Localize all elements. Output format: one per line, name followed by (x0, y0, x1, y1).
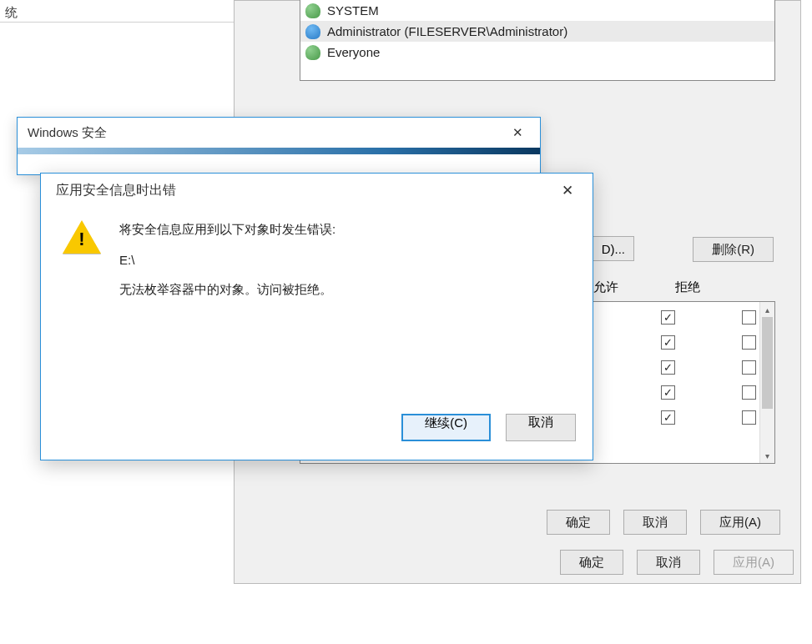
allow-checkbox[interactable] (661, 335, 675, 350)
deny-checkbox[interactable] (742, 310, 756, 325)
scroll-down-icon[interactable]: ▾ (760, 448, 774, 463)
titlebar: 应用安全信息时出错 ✕ (41, 174, 593, 207)
scroll-thumb[interactable] (762, 317, 773, 409)
add-remove-button-bar: 删除(R) (693, 237, 774, 262)
permission-row (661, 410, 756, 425)
apply-button[interactable]: 应用(A) (700, 510, 780, 535)
add-button-partial[interactable]: D)... (588, 236, 634, 261)
apply-button: 应用(A) (714, 550, 794, 575)
ok-button[interactable]: 确定 (560, 550, 623, 575)
principals-list[interactable]: SYSTEM Administrator (FILESERVER\Adminis… (300, 0, 775, 81)
permission-row (661, 360, 756, 375)
list-item-label: Everyone (327, 45, 380, 59)
error-message: 将安全信息应用到以下对象时发生错误: E:\ 无法枚举容器中的对象。访问被拒绝。 (119, 219, 335, 298)
dialog-title: 应用安全信息时出错 (56, 182, 176, 199)
error-dialog-buttons: 继续(C) 取消 (401, 414, 576, 441)
permission-row (661, 335, 756, 350)
scroll-up-icon[interactable]: ▴ (760, 302, 774, 317)
deny-checkbox[interactable] (742, 360, 756, 375)
titlebar: Windows 安全 ✕ (18, 118, 540, 148)
group-icon (305, 3, 320, 18)
list-item-label: Administrator (FILESERVER\Administrator) (327, 24, 567, 38)
list-item[interactable]: Everyone (300, 42, 774, 63)
permission-row (661, 310, 756, 325)
user-icon (305, 24, 320, 39)
cancel-button[interactable]: 取消 (637, 550, 700, 575)
dialog-title: Windows 安全 (28, 125, 107, 141)
permission-column-headers: 允许 拒绝 (593, 279, 700, 295)
allow-header: 允许 (593, 279, 618, 295)
allow-checkbox[interactable] (661, 410, 675, 425)
windows-security-dialog: Windows 安全 ✕ (17, 117, 541, 175)
close-icon[interactable]: ✕ (549, 178, 586, 203)
background-text-fragment: 统 (0, 2, 23, 24)
error-line1: 将安全信息应用到以下对象时发生错误: (119, 222, 335, 238)
deny-checkbox[interactable] (742, 385, 756, 400)
deny-checkbox[interactable] (742, 335, 756, 350)
list-item[interactable]: SYSTEM (300, 0, 774, 21)
warning-icon: ! (63, 220, 101, 255)
list-item[interactable]: Administrator (FILESERVER\Administrator) (300, 21, 774, 42)
scrollbar[interactable]: ▴ ▾ (759, 302, 774, 463)
ok-button[interactable]: 确定 (547, 510, 610, 535)
error-path: E:\ (119, 253, 335, 267)
progress-gradient (18, 148, 540, 154)
error-line2: 无法枚举容器中的对象。访问被拒绝。 (119, 282, 335, 298)
permission-row (661, 385, 756, 400)
allow-checkbox[interactable] (661, 310, 675, 325)
cancel-button[interactable]: 取消 (506, 414, 576, 441)
separator (0, 22, 238, 23)
close-icon[interactable]: ✕ (500, 121, 535, 144)
list-item-label: SYSTEM (327, 3, 379, 18)
cancel-button[interactable]: 取消 (623, 510, 687, 535)
inner-dialog-button-bar: 确定 取消 应用(A) (547, 510, 780, 535)
allow-checkbox[interactable] (661, 360, 675, 375)
continue-button[interactable]: 继续(C) (401, 414, 491, 441)
group-icon (305, 45, 320, 60)
allow-checkbox[interactable] (661, 385, 675, 400)
outer-dialog-button-bar: 确定 取消 应用(A) (560, 550, 794, 575)
deny-checkbox[interactable] (742, 410, 756, 425)
remove-button[interactable]: 删除(R) (693, 237, 774, 262)
error-dialog: 应用安全信息时出错 ✕ ! 将安全信息应用到以下对象时发生错误: E:\ 无法枚… (40, 173, 593, 460)
deny-header: 拒绝 (675, 279, 700, 295)
